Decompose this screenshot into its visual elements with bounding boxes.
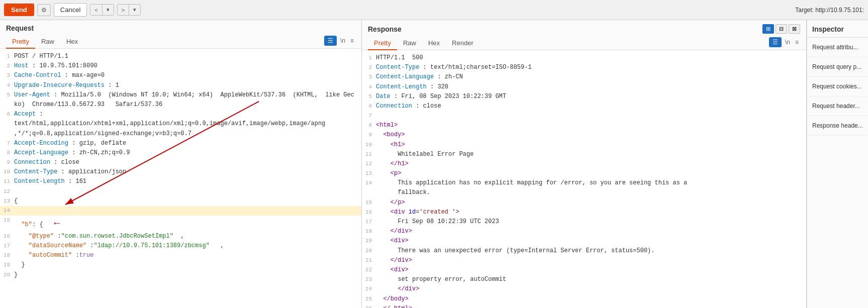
nav-next-down-button[interactable]: ▾ [129,5,140,15]
response-line: 11 Whitelabel Error Page [362,150,806,159]
inspector-title: Inspector [807,20,868,38]
request-line: 3 Cache-Control : max-age=0 [0,71,361,80]
tab-request-hex[interactable]: Hex [60,35,84,49]
request-tab-actions: ☰ \n ≡ [324,36,355,48]
response-line-created: 16 <div id='created '> [362,208,806,217]
response-tabs-row: Pretty Raw Hex Render ☰ \n ≡ [368,37,800,50]
inspector-item-request-headers[interactable]: Request header... [807,96,868,116]
response-line: 3 Content-Language : zh-CN [362,72,806,82]
request-line: 16 "@type" :"com.sun.rowset.JdbcRowSetIm… [0,232,361,241]
response-line: 15 </p> [362,198,806,208]
request-line: 17 "dataSourceName" :"ldap://10.9.75.101… [0,241,361,251]
request-code-area[interactable]: 1 POST / HTTP/1.1 2 Host : 10.9.75.101:8… [0,49,361,308]
response-line: 4 Content-Length : 328 [362,82,806,92]
inspector-item-query-params[interactable]: Request query p... [807,57,868,77]
request-header: Request Pretty Raw Hex ☰ \n ≡ [0,20,361,49]
response-line: 24 </div> [362,284,806,294]
request-line: 19 } [0,260,361,270]
inspector-item-cookies[interactable]: Request cookies... [807,77,868,96]
inspector-panel: Inspector Request attribu... Request que… [807,20,868,308]
request-line: 2 Host : 10.9.75.101:8090 [0,61,361,71]
response-line: 19 <div> [362,236,806,246]
request-line: 11 Content-Length : 161 [0,177,361,186]
request-line: 9 Connection : close [0,158,361,167]
request-line: 8 Accept-Language : zh-CN,zh;q=0.9 [0,148,361,158]
inspector-item-request-attributes[interactable]: Request attribu... [807,38,868,57]
response-code-area[interactable]: 1 HTTP/1.1 500 2 Content-Type : text/htm… [362,50,806,308]
request-line: 13 { [0,196,361,206]
response-line: 2 Content-Type : text/html;charset=ISO-8… [362,63,806,72]
nav-next-button[interactable]: > [118,5,129,15]
request-newline-button[interactable]: \n [339,36,347,46]
created-id-value: created [423,209,452,216]
request-title: Request [6,24,355,32]
response-menu-button[interactable]: ≡ [794,37,800,47]
response-wrap-button[interactable]: ☰ [769,37,782,47]
request-tabs-row: Pretty Raw Hex ☰ \n ≡ [6,35,355,48]
response-line: 5 Date : Fri, 08 Sep 2023 10:22:39 GMT [362,92,806,101]
response-line: 18 </div> [362,227,806,236]
request-line: 18 "autoCommit" :true [0,251,361,260]
response-line: 20 There was an unexpected error (type=I… [362,246,806,256]
request-line: 12 [0,187,361,196]
tab-request-raw[interactable]: Raw [35,35,60,49]
response-line: 21 </div> [362,256,806,265]
nav-prev-button[interactable]: < [90,5,102,15]
request-line: 10 Content-Type : application/json [0,167,361,177]
main-layout: Request Pretty Raw Hex ☰ \n ≡ 1 POST / H… [0,20,868,308]
response-line: 13 <p> [362,169,806,178]
request-menu-button[interactable]: ≡ [349,36,355,46]
tab-response-pretty[interactable]: Pretty [368,37,397,50]
request-line: 5 User-Agent : Mozilla/5.0 (Windows NT 1… [0,90,361,110]
response-line: 1 HTTP/1.1 500 [362,53,806,63]
settings-button[interactable]: ⚙ [37,4,51,16]
tab-response-raw[interactable]: Raw [397,37,422,50]
nav-prev-group: < ▾ [90,4,114,16]
nav-prev-down-button[interactable]: ▾ [103,5,114,15]
tab-response-render[interactable]: Render [446,37,479,50]
request-line: ,*/*;q=0.8,application/signed-exchange;v… [0,129,361,139]
request-line: 7 Accept-Encoding : gzip, deflate [0,139,361,148]
request-line: 4 Upgrade-Insecure-Requests : 1 [0,81,361,90]
tab-request-pretty[interactable]: Pretty [6,35,35,49]
response-line: 9 <body> [362,130,806,140]
response-line: 10 <h1> [362,140,806,150]
response-line: 14 This application has no explicit mapp… [362,178,806,188]
response-line: 23 set property error, autoCommit [362,275,806,284]
response-title: Response [368,25,402,33]
request-line: 6 Accept : [0,110,361,119]
target-info: Target: http://10.9.75.101: [795,7,864,14]
send-button[interactable]: Send [4,4,34,16]
view-btn-grid[interactable]: ⊟ [776,24,787,34]
request-line: 1 POST / HTTP/1.1 [0,52,361,61]
request-line: 15 "b": { ← [0,216,361,232]
request-line-highlighted: 14 [0,206,361,216]
response-line: 7 [362,111,806,121]
response-tab-actions: ☰ \n ≡ [769,37,800,49]
inspector-item-response-headers[interactable]: Response heade... [807,116,868,136]
response-line: 25 </body> [362,294,806,304]
response-line: 12 </h1> [362,159,806,169]
response-header: Response ⊞ ⊟ ⊠ Pretty Raw Hex Render ☰ \… [362,20,806,50]
response-line: 26 </ html> [362,304,806,308]
request-line: text/html,application/xhtml+xml,applicat… [0,119,361,129]
cancel-button[interactable]: Cancel [54,3,87,17]
request-wrap-button[interactable]: ☰ [324,36,337,46]
view-btn-list[interactable]: ⊠ [789,24,800,34]
response-line: 17 Fri Sep 08 10:22:39 UTC 2023 [362,217,806,227]
toolbar: Send ⚙ Cancel < ▾ > ▾ Target: http://10.… [0,0,868,20]
nav-next-group: > ▾ [117,4,141,16]
response-line: 8 <html> [362,121,806,130]
response-line: 22 <div> [362,265,806,275]
response-panel: Response ⊞ ⊟ ⊠ Pretty Raw Hex Render ☰ \… [362,20,807,308]
response-line: fallback. [362,188,806,197]
request-line: 20 } [0,270,361,280]
tab-response-hex[interactable]: Hex [422,37,446,50]
response-line: 6 Connection : close [362,101,806,111]
view-btn-table[interactable]: ⊞ [762,24,774,34]
response-newline-button[interactable]: \n [784,37,792,47]
request-panel: Request Pretty Raw Hex ☰ \n ≡ 1 POST / H… [0,20,362,308]
